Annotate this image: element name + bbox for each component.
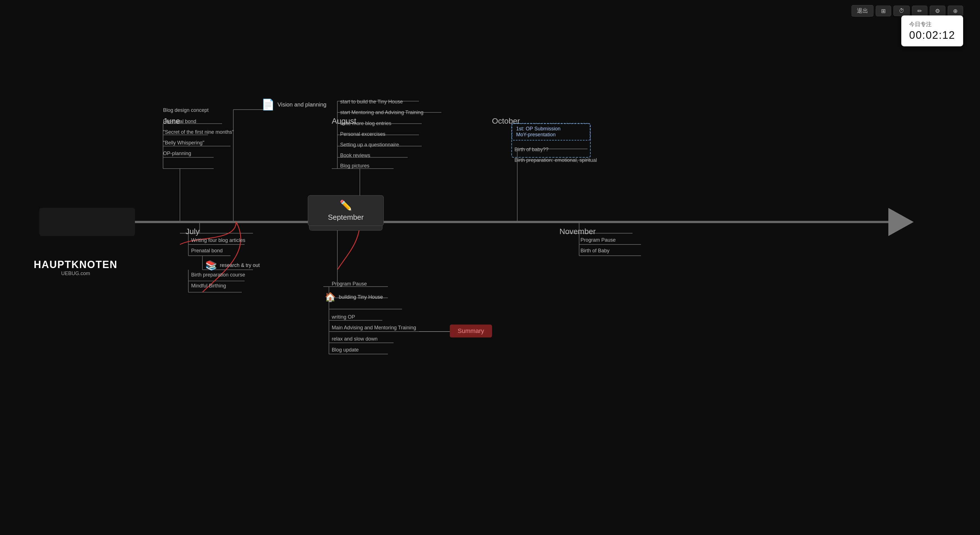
hauptknoten-area: HAUPTKNOTEN UEBUG.com xyxy=(34,259,118,276)
tiny-house-label: building Tiny House xyxy=(339,294,383,300)
august-label: August xyxy=(332,117,356,125)
aug-tiny-house: start to build the Tiny House xyxy=(340,99,403,105)
november-label: November xyxy=(560,227,596,236)
toolbar: 退出 ⊞ ⏱ ✏ ⚙ ⊕ xyxy=(851,5,963,17)
aug-personal: Personal excercises xyxy=(340,131,385,137)
mindmap-svg xyxy=(0,0,980,535)
grid-button[interactable]: ⊞ xyxy=(876,6,891,16)
june-op-planning: OP-planning xyxy=(163,151,191,157)
focus-time: 00:02:12 xyxy=(909,29,955,41)
sept-relax: relax and slow down xyxy=(332,336,377,342)
july-writing: Writing four blog articles xyxy=(191,237,245,243)
focus-label: 今日专注 xyxy=(909,21,955,28)
sept-writing-op: writing OP xyxy=(332,314,355,320)
house-icon: 🏠 xyxy=(325,292,336,302)
oct-moy-presentation: MoY-presentation xyxy=(516,132,586,138)
hauptknoten-bg xyxy=(39,208,135,236)
sept-program-pause: Program Pause xyxy=(332,281,367,287)
timer-button[interactable]: ⏱ xyxy=(893,6,910,16)
oct-birth-baby: Birth of baby?? xyxy=(514,147,549,152)
july-label: July xyxy=(186,227,200,236)
june-belly: "Belly Whispering" xyxy=(163,140,204,146)
hauptknoten-title: HAUPTKNOTEN xyxy=(34,259,118,271)
vision-label: Vision and planning xyxy=(277,102,326,108)
june-label: June xyxy=(163,117,180,125)
red-curve-2 xyxy=(202,222,241,292)
red-curve-august xyxy=(337,222,360,270)
hauptknoten-subtitle: UEBUG.com xyxy=(34,271,118,276)
october-dashed-box: 1st: OP Submission MoY-presentation xyxy=(512,123,590,140)
oct-op-submission: 1st: OP Submission xyxy=(516,126,586,132)
settings-button[interactable]: ⚙ xyxy=(930,6,945,16)
july-birth-prep: Birth preparation course xyxy=(191,272,245,278)
nov-program-pause: Program Pause xyxy=(581,237,616,243)
aug-questionnaire: Setting up a questionnaire xyxy=(340,142,399,148)
pencil-icon: ✏️ xyxy=(314,200,377,211)
september-label: September xyxy=(314,213,377,222)
research-node: 📚 research & try out xyxy=(205,260,260,271)
nov-birth-baby: Birth of Baby xyxy=(581,248,609,254)
aug-mentoring: start Mentoring and Advising Training xyxy=(340,110,423,116)
july-prenatal: Prenatal bond xyxy=(191,248,223,254)
document-icon: 📄 xyxy=(261,98,275,111)
aug-book-reviews: Book reviews xyxy=(340,152,370,159)
oct-birth-prep: Birth preparation: emotional, spiritual xyxy=(514,157,597,163)
sept-main-advising: Main Advising and Mentoring Training xyxy=(332,325,416,331)
aug-blog-pictures: Blog pictures xyxy=(340,163,369,169)
aug-blog-entries: write more blog entries xyxy=(340,121,391,127)
exit-button[interactable]: 退出 xyxy=(851,5,873,17)
sept-blog-update: Blog update xyxy=(332,347,359,353)
vision-node: 📄 Vision and planning xyxy=(261,98,326,111)
add-button[interactable]: ⊕ xyxy=(948,6,963,16)
focus-card: 今日专注 00:02:12 xyxy=(901,16,963,46)
right-arrow xyxy=(888,208,914,236)
research-label: research & try out xyxy=(220,262,260,268)
september-box[interactable]: ✏️ September xyxy=(308,195,384,226)
summary-button[interactable]: Summary xyxy=(450,325,492,338)
book-icon: 📚 xyxy=(205,260,217,271)
edit-button[interactable]: ✏ xyxy=(912,6,928,16)
june-blog-design: Blog design concept xyxy=(163,107,208,113)
red-curve-1 xyxy=(180,222,236,244)
tiny-house-node: 🏠 building Tiny House xyxy=(325,292,383,302)
june-prenatal: Pre-natal bond xyxy=(163,119,196,124)
july-mindful: Mindful Birthing xyxy=(191,283,226,289)
left-arrow xyxy=(56,208,81,236)
june-secret: "Secret of the first nine months" xyxy=(163,129,234,135)
